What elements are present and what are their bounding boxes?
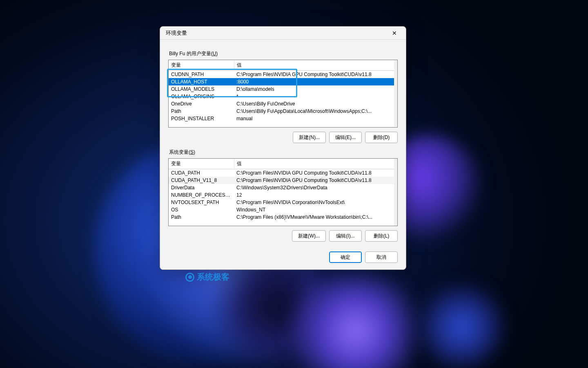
edit-system-var-button[interactable]: 编辑(I)... — [329, 230, 362, 242]
system-vars-table[interactable]: 变量 值 CUDA_PATHC:\Program Files\NVIDIA GP… — [169, 159, 397, 221]
table-row[interactable]: CUDA_PATH_V11_8C:\Program Files\NVIDIA G… — [169, 177, 397, 184]
ok-button[interactable]: 确定 — [329, 251, 362, 263]
cancel-button[interactable]: 取消 — [365, 251, 398, 263]
system-vars-label: 系统变量(S) — [169, 149, 398, 156]
delete-user-var-button[interactable]: 删除(D) — [365, 132, 398, 143]
col-header-value[interactable]: 值 — [234, 159, 397, 169]
titlebar[interactable]: 环境变量 ✕ — [160, 27, 406, 40]
scrollbar[interactable] — [394, 159, 397, 226]
system-vars-buttons: 新建(W)... 编辑(I)... 删除(L) — [168, 230, 398, 242]
delete-system-var-button[interactable]: 删除(L) — [365, 230, 398, 242]
table-row[interactable]: OSWindows_NT — [169, 206, 397, 213]
table-row[interactable]: OLLAMA_ORIGINS* — [169, 93, 397, 100]
table-row-selected[interactable]: OLLAMA_HOST:8000 — [169, 78, 397, 85]
table-row[interactable]: PathC:\Program Files (x86)\VMware\VMware… — [169, 213, 397, 221]
edit-user-var-button[interactable]: 编辑(E)... — [329, 132, 362, 143]
table-row[interactable]: NUMBER_OF_PROCESSORS12 — [169, 191, 397, 199]
user-vars-buttons: 新建(N)... 编辑(E)... 删除(D) — [168, 132, 398, 143]
col-header-value[interactable]: 值 — [234, 60, 397, 71]
dialog-title: 环境变量 — [164, 29, 187, 37]
table-row[interactable]: NVTOOLSEXT_PATHC:\Program Files\NVIDIA C… — [169, 199, 397, 206]
new-user-var-button[interactable]: 新建(N)... — [293, 132, 326, 143]
col-header-name[interactable]: 变量 — [169, 159, 234, 169]
table-row[interactable]: CUDA_PATHC:\Program Files\NVIDIA GPU Com… — [169, 169, 397, 177]
scrollbar[interactable] — [394, 60, 397, 127]
environment-variables-dialog: 环境变量 ✕ Billy Fu 的用户变量(U) 变量 值 CUDNN_PATH… — [160, 26, 406, 270]
table-row[interactable]: OLLAMA_MODELSD:\ollama\models — [169, 85, 397, 93]
dialog-content: Billy Fu 的用户变量(U) 变量 值 CUDNN_PATHC:\Prog… — [160, 40, 406, 249]
close-button[interactable]: ✕ — [387, 27, 402, 39]
dialog-footer: 确定 取消 — [160, 249, 406, 269]
table-row[interactable]: OneDriveC:\Users\Billy Fu\OneDrive — [169, 100, 397, 108]
user-vars-label: Billy Fu 的用户变量(U) — [169, 50, 398, 57]
desktop-bloom — [416, 282, 506, 368]
table-row[interactable]: POSH_INSTALLERmanual — [169, 115, 397, 122]
user-vars-table[interactable]: 变量 值 CUDNN_PATHC:\Program Files\NVIDIA G… — [169, 60, 397, 122]
system-vars-table-wrap: 变量 值 CUDA_PATHC:\Program Files\NVIDIA GP… — [168, 158, 398, 226]
close-icon: ✕ — [392, 30, 397, 36]
new-system-var-button[interactable]: 新建(W)... — [292, 230, 326, 242]
table-row[interactable]: PathC:\Users\Billy Fu\AppData\Local\Micr… — [169, 108, 397, 115]
table-row[interactable]: DriverDataC:\Windows\System32\Drivers\Dr… — [169, 184, 397, 191]
table-row[interactable]: CUDNN_PATHC:\Program Files\NVIDIA GPU Co… — [169, 71, 397, 79]
user-vars-table-wrap: 变量 值 CUDNN_PATHC:\Program Files\NVIDIA G… — [168, 60, 398, 128]
col-header-name[interactable]: 变量 — [169, 60, 234, 71]
